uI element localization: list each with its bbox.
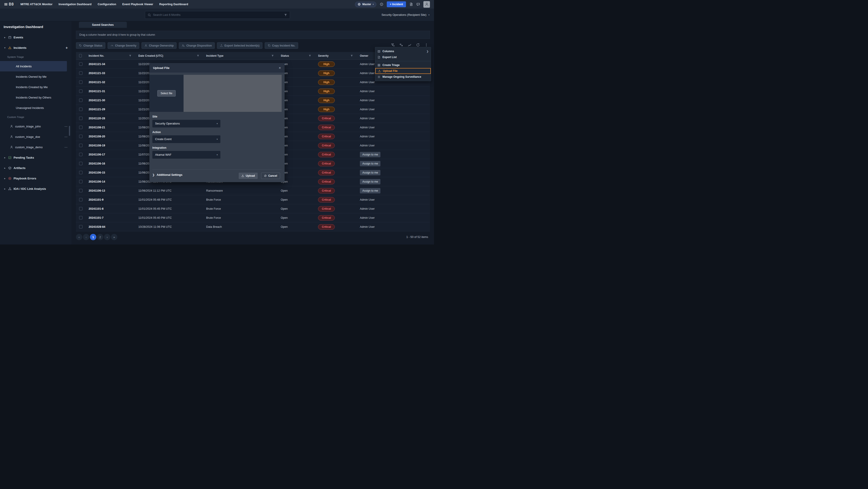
- sidebar-item-incidents-created-by-me[interactable]: Incidents Created by Me: [0, 82, 71, 92]
- sidebar-item-playbook-errors[interactable]: ▸ Playbook Errors: [0, 173, 71, 184]
- sidebar-item-pending-tasks[interactable]: ▸ Pending Tasks: [0, 152, 71, 163]
- nav-mitre-attack-monitor[interactable]: MITRE ATT&CK Monitor: [20, 3, 53, 6]
- incident-no-cell[interactable]: 20241121-31: [86, 90, 135, 93]
- sidebar-item-ioa-ioc-link-analysis[interactable]: ▸ IOA / IOC Link Analysis: [0, 184, 71, 194]
- adjust-columns-icon[interactable]: [399, 43, 403, 47]
- menu-item-columns[interactable]: Columns ❯: [375, 48, 431, 54]
- incident-no-cell[interactable]: 20241106-17: [86, 153, 135, 156]
- sidebar-item-custom-triage-john[interactable]: custom_triage_john ⋯: [0, 121, 71, 132]
- sidebar-item-incidents-owned-by-me[interactable]: Incidents Owned by Me: [0, 71, 71, 82]
- table-row[interactable]: 20241106-13 11/06/2024 11:12 PM UTC Rans…: [76, 186, 430, 195]
- export-selected-button[interactable]: Export Selected Incident(s): [217, 42, 262, 49]
- nav-reporting-dashboard[interactable]: Reporting Dashboard: [159, 3, 188, 6]
- incident-no-cell[interactable]: 20241108-20: [86, 135, 135, 138]
- row-checkbox[interactable]: [79, 80, 83, 84]
- owner-cell[interactable]: Admin User: [360, 99, 375, 102]
- incident-no-cell[interactable]: 20241108-21: [86, 126, 135, 129]
- row-checkbox[interactable]: [79, 216, 83, 220]
- owner-cell[interactable]: Admin User: [360, 81, 375, 84]
- row-checkbox[interactable]: [79, 135, 83, 138]
- page-2-button[interactable]: 2: [97, 234, 103, 240]
- page-1-button[interactable]: 1: [90, 234, 96, 240]
- owner-cell[interactable]: Admin User: [360, 225, 375, 228]
- table-row[interactable]: 20241101-8 11/01/2024 05:45 PM UTC Brute…: [76, 204, 430, 213]
- d3-logo[interactable]: D3: [4, 2, 13, 6]
- select-all-checkbox[interactable]: [79, 54, 82, 57]
- column-header-incident-type[interactable]: Incident Type: [204, 54, 278, 57]
- info-icon[interactable]: [380, 2, 383, 6]
- file-preview-area[interactable]: [184, 75, 282, 112]
- sidebar-item-all-incidents[interactable]: All Incidents: [0, 61, 67, 71]
- master-site-selector[interactable]: Master ▾: [355, 2, 376, 7]
- row-checkbox[interactable]: [79, 99, 83, 102]
- menu-item-upload-file[interactable]: Upload File: [375, 68, 431, 74]
- chat-icon[interactable]: [416, 2, 420, 6]
- owner-cell[interactable]: Admin User: [360, 216, 375, 220]
- more-options-icon[interactable]: ⋯: [64, 145, 68, 149]
- owner-cell[interactable]: Assign to me: [360, 188, 380, 193]
- menu-item-create-triage[interactable]: Create Triage: [375, 62, 431, 68]
- incident-no-cell[interactable]: 20241121-32: [86, 81, 135, 84]
- row-checkbox[interactable]: [79, 162, 83, 165]
- incident-no-cell[interactable]: 20241101-9: [86, 198, 135, 201]
- row-checkbox[interactable]: [79, 189, 83, 192]
- menu-item-export-list[interactable]: Export List: [375, 54, 431, 60]
- copy-incident-no-button[interactable]: Copy Incident No.: [265, 42, 298, 49]
- owner-cell[interactable]: Admin User: [360, 144, 375, 147]
- row-checkbox[interactable]: [79, 90, 83, 93]
- row-checkbox[interactable]: [79, 144, 83, 147]
- change-severity-button[interactable]: Change Severity: [107, 42, 139, 49]
- recipient-site-selector[interactable]: Security Operations (Recipient Site) ▾: [381, 8, 430, 21]
- incident-no-cell[interactable]: 20241101-8: [86, 207, 135, 210]
- select-file-button[interactable]: Select file: [157, 90, 176, 97]
- nav-configuration[interactable]: Configuration: [98, 3, 116, 6]
- next-page-button[interactable]: ›: [104, 234, 110, 240]
- row-checkbox[interactable]: [79, 126, 83, 129]
- change-disposition-button[interactable]: Change Disposition: [179, 42, 215, 49]
- row-checkbox[interactable]: [79, 153, 83, 156]
- owner-cell[interactable]: Assign to me: [360, 170, 380, 175]
- user-avatar[interactable]: [423, 1, 430, 8]
- integration-select[interactable]: Akamai WAF ▾: [152, 151, 220, 159]
- add-custom-triage-button[interactable]: +: [66, 46, 68, 50]
- action-select[interactable]: Create Event ▾: [152, 135, 220, 143]
- owner-cell[interactable]: Admin User: [360, 72, 375, 75]
- new-incident-button[interactable]: + Incident: [387, 1, 406, 7]
- incident-no-cell[interactable]: 20241101-7: [86, 216, 135, 220]
- last-page-button[interactable]: »: [111, 234, 117, 240]
- report-document-icon[interactable]: [409, 2, 413, 6]
- sidebar-item-artifacts[interactable]: ▸ Artifacts: [0, 163, 71, 173]
- upload-button[interactable]: Upload: [239, 173, 258, 179]
- sidebar-item-custom-triage-demo[interactable]: custom_triage_demo ⋯: [0, 142, 71, 152]
- site-select[interactable]: Security Operations ▾: [152, 120, 220, 127]
- sidebar-item-incidents-owned-by-others[interactable]: Incidents Owned by Others: [0, 92, 71, 103]
- owner-cell[interactable]: Admin User: [360, 108, 375, 111]
- table-row[interactable]: 20241101-7 11/01/2024 05:40 PM UTC Brute…: [76, 213, 430, 222]
- search-input[interactable]: [153, 13, 282, 17]
- column-header-status[interactable]: Status: [278, 54, 315, 57]
- kebab-menu-icon[interactable]: [425, 43, 428, 47]
- row-checkbox[interactable]: [79, 198, 83, 201]
- more-options-icon[interactable]: ⋯: [64, 125, 68, 128]
- incident-no-cell[interactable]: 20241106-13: [86, 189, 135, 192]
- incident-no-cell[interactable]: 20241121-33: [86, 72, 135, 75]
- owner-cell[interactable]: Admin User: [360, 126, 375, 129]
- incident-no-cell[interactable]: 20241120-28: [86, 117, 135, 120]
- more-options-icon[interactable]: ⋯: [64, 135, 68, 138]
- column-filter-icon[interactable]: [350, 55, 353, 57]
- sidebar-item-incidents[interactable]: ▾ Incidents +: [0, 42, 71, 53]
- column-header-date-created[interactable]: Date Created (UTC): [135, 54, 204, 57]
- refresh-icon[interactable]: [416, 43, 420, 47]
- owner-cell[interactable]: Assign to me: [360, 179, 380, 185]
- column-filter-icon[interactable]: [309, 55, 311, 57]
- row-checkbox[interactable]: [79, 117, 83, 120]
- menu-item-manage-ongoing-surveillance[interactable]: Manage Ongoing Surveillance: [375, 74, 431, 80]
- owner-cell[interactable]: Admin User: [360, 117, 375, 120]
- column-filter-icon[interactable]: [271, 55, 274, 57]
- row-checkbox[interactable]: [79, 107, 83, 111]
- change-status-button[interactable]: Change Status: [76, 42, 105, 49]
- clear-filter-icon[interactable]: [391, 43, 395, 47]
- incident-no-cell[interactable]: 20241106-15: [86, 171, 135, 174]
- incident-no-cell[interactable]: 20241108-19: [86, 144, 135, 147]
- owner-cell[interactable]: Assign to me: [360, 152, 380, 157]
